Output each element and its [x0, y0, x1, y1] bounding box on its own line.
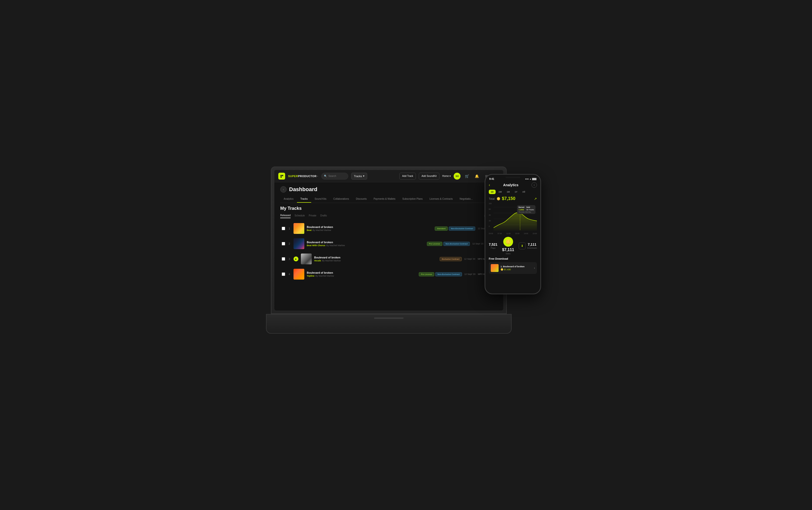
laptop: SUPERPRODUCTOR™ 🔍 Tracks ▾ Add Track Add	[271, 167, 507, 334]
track-date: 12 Sept '20	[464, 273, 475, 275]
subtab-released[interactable]: Released	[280, 214, 291, 218]
track-checkbox[interactable]	[282, 273, 285, 276]
track-type: Vocals	[314, 259, 321, 262]
plays-value: 7,521	[489, 243, 497, 247]
download-icon[interactable]: ⬇	[519, 243, 526, 249]
track-info: Boulevard of broken Topline By Machiel M…	[307, 271, 416, 277]
tab-analytics[interactable]: Analytics	[280, 196, 297, 203]
table-row[interactable]: 3 ▶ Boulevard of broken Vocals By Machie…	[280, 252, 497, 266]
tag-non-exclusive: Non-Exclusive Contract	[435, 272, 462, 276]
laptop-screen: SUPERPRODUCTOR™ 🔍 Tracks ▾ Add Track Add	[274, 170, 503, 311]
tab-soundkits[interactable]: Sound Kits	[311, 196, 330, 203]
add-track-button[interactable]: Add Track	[399, 173, 416, 179]
time-filter-bar: 1D 1W 1M 1Y All	[485, 190, 540, 196]
phone-stats-row: 7,521 Plays 🪙 $7,111 Sales ⬇ 7,111 Downl…	[485, 234, 540, 257]
tab-negotiations[interactable]: Negotiatio...	[456, 196, 476, 203]
table-row[interactable]: 4 Boulevard of broken Topline By Machiel…	[280, 267, 497, 282]
time-filter-1m[interactable]: 1M	[505, 190, 512, 194]
tab-licenses[interactable]: Licenses & Contracts	[426, 196, 456, 203]
tag-standard: Standard	[435, 227, 448, 231]
stat-sales: $7,111 Sales	[502, 248, 514, 255]
track-name: Boulevard of broken	[307, 271, 416, 274]
track-number: 1	[288, 227, 291, 230]
my-tracks-title: My Tracks	[280, 206, 497, 211]
brand-prefix: SUPER	[288, 175, 298, 178]
subtab-drafts[interactable]: Drafts	[320, 214, 327, 218]
sales-label: Sales	[502, 253, 514, 255]
tab-discounts[interactable]: Discounts	[352, 196, 370, 203]
expand-icon[interactable]: ↗	[534, 197, 537, 201]
chart-tooltip: Earned 7,150$ Sold S0 Tracks Thursday 10…	[517, 205, 535, 214]
phone-screen: 9:41 ●●● ▲ ▓▓▓ ‹ Analytics i 1D 1W 1M	[485, 175, 540, 293]
chevron-down-icon: ▾	[450, 175, 451, 177]
track-meta: Beat By Machiel Marlow	[307, 229, 432, 231]
plays-label: Plays	[489, 247, 497, 249]
phone: 9:41 ●●● ▲ ▓▓▓ ‹ Analytics i 1D 1W 1M	[485, 174, 541, 294]
search-input[interactable]	[328, 175, 346, 177]
download-thumbnail	[491, 264, 499, 272]
search-icon: 🔍	[324, 175, 327, 177]
laptop-base	[266, 314, 512, 334]
free-download-section: Free Download 1. Boulevard of broken 🪙 $…	[485, 257, 540, 274]
table-row[interactable]: 1 Boulevard of broken Beat By Machiel Ma…	[280, 221, 497, 236]
sales-value: $7,111	[502, 248, 514, 252]
scene: SUPERPRODUCTOR™ 🔍 Tracks ▾ Add Track Add	[271, 167, 541, 343]
downloads-value: 7,111	[527, 243, 537, 247]
analytics-chart: Earned 7,150$ Sold S0 Tracks Thursday 10…	[485, 203, 540, 232]
time-filter-1w[interactable]: 1W	[497, 190, 504, 194]
info-icon: i	[534, 184, 534, 187]
track-type: Beat	[307, 229, 312, 231]
sub-tabs: Released Schedule Private Drafts Filter …	[280, 214, 497, 218]
downloads-label: Downloads	[527, 247, 537, 249]
track-checkbox[interactable]	[282, 257, 285, 261]
track-tags: Standard Non-Exclusive Contract	[435, 227, 475, 231]
tab-tracks[interactable]: Tracks	[297, 196, 311, 203]
track-artist: By Machiel Marlow	[326, 244, 345, 247]
track-info: Boulevard of broken Beat By Machiel Marl…	[307, 226, 432, 231]
track-list: 1 Boulevard of broken Beat By Machiel Ma…	[280, 221, 497, 282]
phone-info-button[interactable]: i	[531, 182, 537, 188]
app-header: SUPERPRODUCTOR™ 🔍 Tracks ▾ Add Track Add	[274, 170, 503, 182]
chevron-down-icon: ▾	[363, 174, 365, 178]
subtab-private[interactable]: Private	[309, 214, 316, 218]
track-number: 4	[288, 273, 291, 276]
time-filter-1d[interactable]: 1D	[489, 190, 496, 194]
time-filter-all[interactable]: All	[520, 190, 527, 194]
home-button[interactable]: Home ▾	[442, 175, 451, 177]
download-info: 1. Boulevard of broken 🪙 $7,430	[500, 265, 532, 271]
phone-header: ‹ Analytics i	[485, 181, 540, 190]
notification-icon[interactable]: 🔔	[473, 173, 480, 179]
track-info: Boulevard of broken Beat With Chorus By …	[307, 241, 425, 247]
laptop-notch	[374, 317, 404, 319]
tab-subscription[interactable]: Subscription Plans	[399, 196, 426, 203]
tracks-dropdown[interactable]: Tracks ▾	[351, 173, 367, 179]
track-checkbox[interactable]	[282, 242, 285, 246]
sales-circle: 🪙	[503, 237, 513, 247]
phone-time: 9:41	[489, 178, 494, 180]
phone-analytics-title: Analytics	[503, 183, 519, 187]
brand-suffix: PRODUCTOR	[298, 175, 316, 178]
track-checkbox[interactable]	[282, 227, 285, 230]
track-date: 12 Sept '20	[472, 243, 483, 245]
table-row[interactable]: 2 Boulevard of broken Beat With Chorus B…	[280, 236, 497, 251]
tracks-content: My Tracks Released Schedule Private Draf…	[274, 203, 503, 311]
svg-rect-1	[281, 175, 282, 176]
add-soundkit-button[interactable]: Add SoundKit	[419, 173, 439, 179]
subtab-schedule[interactable]: Schedule	[294, 214, 305, 218]
chevron-right-icon: ›	[534, 266, 535, 270]
track-thumbnail	[301, 254, 312, 264]
tab-collaborations[interactable]: Collaborations	[330, 196, 352, 203]
logo-icon	[278, 173, 285, 179]
back-button[interactable]: ‹	[280, 186, 287, 193]
track-tags: Pro License Non-Exclusive Contract	[419, 272, 462, 276]
play-indicator[interactable]: ▶	[293, 256, 298, 261]
phone-notch	[505, 177, 520, 178]
stat-plays: 7,521 Plays	[489, 243, 497, 249]
cart-icon[interactable]: 🛒	[463, 173, 470, 179]
search-bar[interactable]: 🔍	[321, 173, 348, 179]
tab-payments[interactable]: Payments & Wallets	[370, 196, 399, 203]
time-filter-1y[interactable]: 1Y	[513, 190, 520, 194]
download-item[interactable]: 1. Boulevard of broken 🪙 $7,430 ›	[489, 262, 537, 274]
chart-y-labels: 320 80 40 20 0	[489, 203, 492, 227]
phone-back-button[interactable]: ‹	[489, 183, 490, 187]
